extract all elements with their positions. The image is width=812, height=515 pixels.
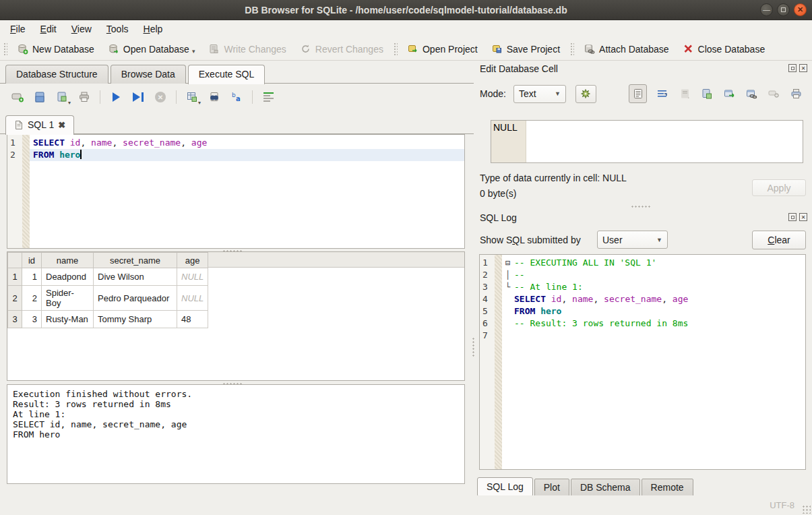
sql-file-tabbar: SQL 1 ✖ xyxy=(5,113,474,134)
open-sql-file-button[interactable] xyxy=(32,89,48,105)
table-cell[interactable]: Pedro Parqueador xyxy=(94,286,177,311)
autocomplete-toggle-button[interactable]: b a xyxy=(228,89,245,105)
splitter-vertical[interactable] xyxy=(471,337,474,357)
close-sql-tab-icon[interactable]: ✖ xyxy=(58,120,65,130)
chevron-down-icon: ▼ xyxy=(656,237,662,243)
tab-db-schema[interactable]: DB Schema xyxy=(571,479,640,497)
table-cell[interactable]: NULL xyxy=(177,286,208,311)
open-file-icon xyxy=(34,91,46,103)
float-panel-icon[interactable] xyxy=(788,64,797,72)
find-button[interactable] xyxy=(206,89,222,105)
copy-link-button[interactable] xyxy=(745,86,758,101)
row-header[interactable]: 1 xyxy=(8,268,22,286)
bottom-tabbar: SQL Log Plot DB Schema Remote xyxy=(477,477,695,497)
cell-text-mode-button[interactable] xyxy=(629,84,647,103)
tab-execute-sql[interactable]: Execute SQL xyxy=(188,65,266,84)
tab-browse-data[interactable]: Browse Data xyxy=(111,65,186,84)
table-cell[interactable]: Rusty-Man xyxy=(42,311,94,328)
print-cell-button[interactable] xyxy=(789,86,803,101)
message-line: SELECT id, name, secret_name, age xyxy=(13,419,459,429)
cell-editor[interactable]: NULL xyxy=(491,120,803,163)
set-null-button xyxy=(767,86,780,101)
open-database-button[interactable]: Open Database ▾ xyxy=(102,40,201,57)
menu-view[interactable]: View xyxy=(64,22,99,36)
tab-database-structure[interactable]: Database Structure xyxy=(5,65,108,84)
app-window: DB Browser for SQLite - /home/user/code/… xyxy=(0,0,812,515)
table-cell[interactable]: 3 xyxy=(22,311,42,328)
tab-plot[interactable]: Plot xyxy=(534,479,569,497)
word-wrap-button[interactable] xyxy=(656,86,669,101)
open-in-external-button[interactable] xyxy=(722,86,736,101)
close-panel-icon[interactable]: ✕ xyxy=(799,64,807,72)
row-header[interactable]: 2 xyxy=(8,286,22,311)
print-sql-button[interactable] xyxy=(76,89,92,105)
gear-icon xyxy=(580,88,591,99)
save-project-button[interactable]: Save Project xyxy=(486,40,565,57)
letters-icon: b a xyxy=(230,91,243,103)
tab-sql-log[interactable]: SQL Log xyxy=(477,477,533,497)
attach-database-button[interactable]: Attach Database xyxy=(578,40,675,57)
write-changes-button: Write Changes xyxy=(203,40,291,57)
cell-mode-row: Mode: Text▼ xyxy=(480,84,808,103)
toolbar-handle[interactable] xyxy=(393,42,398,57)
stop-execution-button: ✕ xyxy=(152,89,168,105)
sql-log-view[interactable]: 1⊟-- EXECUTING ALL IN 'SQL 1'2│--3└-- At… xyxy=(479,254,806,470)
table-cell[interactable]: 1 xyxy=(22,268,42,286)
table-cell[interactable]: NULL xyxy=(177,268,208,286)
open-database-dropdown-caret[interactable]: ▾ xyxy=(192,48,195,55)
export-cell-data-button[interactable] xyxy=(700,86,714,101)
menu-edit[interactable]: Edit xyxy=(33,22,64,36)
close-button[interactable]: ✕ xyxy=(794,3,807,16)
table-cell[interactable]: 48 xyxy=(177,311,208,328)
execute-all-button[interactable] xyxy=(108,89,124,105)
float-panel-icon[interactable] xyxy=(788,213,797,221)
tab-sql1[interactable]: SQL 1 ✖ xyxy=(5,115,74,135)
format-sql-button[interactable] xyxy=(260,89,276,105)
apply-mode-button[interactable] xyxy=(575,85,596,103)
new-database-button[interactable]: New Database xyxy=(11,40,100,57)
printer-icon xyxy=(790,88,802,99)
stop-icon: ✕ xyxy=(155,92,166,102)
corner-header[interactable] xyxy=(8,253,22,268)
menu-help[interactable]: Help xyxy=(136,22,170,36)
message-line: At line 1: xyxy=(13,409,459,419)
maximize-button[interactable] xyxy=(777,3,790,16)
execute-line-button[interactable] xyxy=(130,89,146,105)
tab-remote[interactable]: Remote xyxy=(642,479,693,497)
sql-editor[interactable]: 1SELECT id, name, secret_name, age2FROM … xyxy=(7,134,465,249)
word-wrap-icon xyxy=(657,89,668,98)
resize-grip[interactable] xyxy=(802,505,811,514)
apply-button: Apply xyxy=(752,179,806,196)
table-cell[interactable]: Deadpond xyxy=(42,268,94,286)
open-sql-tab-button[interactable] xyxy=(9,89,26,105)
mode-combobox[interactable]: Text▼ xyxy=(513,85,566,103)
table-cell[interactable]: Spider-Boy xyxy=(42,286,94,311)
write-changes-icon xyxy=(208,43,220,55)
minimize-button[interactable]: — xyxy=(760,3,773,16)
database-new-icon xyxy=(17,43,28,55)
log-filter-combobox[interactable]: User▼ xyxy=(597,231,668,249)
save-sql-dropdown-caret[interactable]: ▾ xyxy=(68,100,71,106)
menu-file[interactable]: File xyxy=(3,22,33,36)
save-sql-file-button[interactable]: ▾ xyxy=(54,89,70,105)
toolbar-handle[interactable] xyxy=(3,42,7,57)
column-header-id[interactable]: id xyxy=(22,253,42,268)
table-cell[interactable]: Dive Wilson xyxy=(94,268,177,286)
save-results-button[interactable]: ▾ xyxy=(184,89,200,105)
table-cell[interactable]: 2 xyxy=(22,286,42,311)
column-header-secret-name[interactable]: secret_name xyxy=(94,253,177,268)
row-header[interactable]: 3 xyxy=(8,311,22,328)
menu-tools[interactable]: Tools xyxy=(99,22,136,36)
main-area: Database Structure Browse Data Execute S… xyxy=(0,61,474,495)
log-filter-row: Show SQL submitted by User▼ Clear xyxy=(480,231,808,249)
close-database-button[interactable]: Close Database xyxy=(677,40,771,57)
column-header-name[interactable]: name xyxy=(42,253,94,268)
table-cell[interactable]: Tommy Sharp xyxy=(94,311,177,328)
column-header-age[interactable]: age xyxy=(177,253,208,268)
splitter-cell-log[interactable] xyxy=(631,204,651,208)
open-project-button[interactable]: Open Project xyxy=(402,40,483,57)
toolbar-handle[interactable] xyxy=(569,42,574,57)
save-results-dropdown-caret[interactable]: ▾ xyxy=(198,100,201,106)
clear-log-button[interactable]: Clear xyxy=(752,231,806,249)
close-panel-icon[interactable]: ✕ xyxy=(799,213,807,221)
